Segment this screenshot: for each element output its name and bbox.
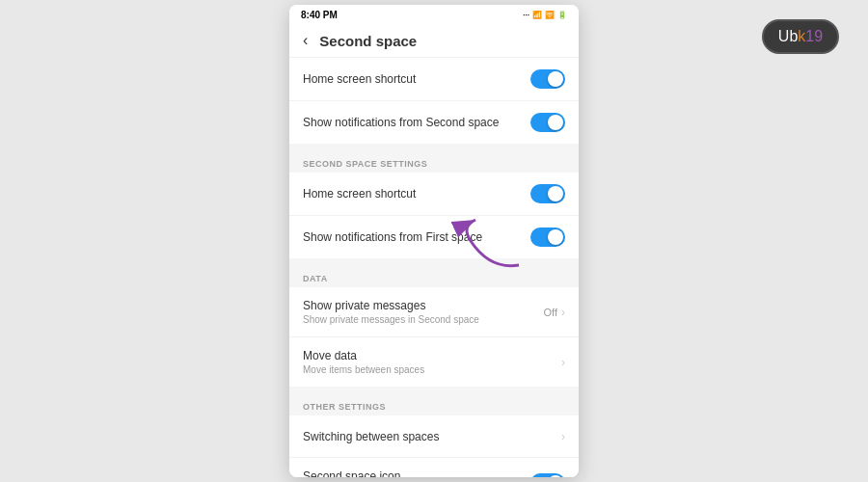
home-screen-shortcut-1-label: Home screen shortcut [303, 72, 521, 86]
first-space-section: Home screen shortcut Show notifications … [289, 58, 579, 144]
show-private-messages-chevron: › [561, 306, 565, 319]
logo-k: k [798, 28, 805, 45]
switching-between-spaces-row[interactable]: Switching between spaces › [289, 415, 579, 458]
signal-bars-icon: 📶 [532, 11, 542, 19]
second-space-settings-label: SECOND SPACE SETTINGS [289, 149, 579, 173]
show-private-messages-off: Off [544, 307, 557, 318]
data-section-label: DATA [289, 264, 579, 287]
move-data-label: Move data [303, 349, 552, 362]
settings-list: Home screen shortcut Show notifications … [289, 58, 579, 477]
status-bar: 8:40 PM ··· 📶 🛜 🔋 [289, 5, 579, 24]
move-data-subtitle: Move items between spaces [303, 364, 552, 375]
show-private-messages-subtitle: Show private messages in Second space [303, 314, 534, 325]
second-space-icon-toggle[interactable] [530, 473, 565, 478]
home-screen-shortcut-2-row[interactable]: Home screen shortcut [289, 173, 579, 216]
show-notifications-second-toggle[interactable] [530, 113, 565, 132]
show-notifications-first-toggle[interactable] [530, 228, 565, 247]
show-private-messages-label: Show private messages [303, 299, 534, 312]
logo-badge: U b k 19 [762, 19, 839, 54]
header: ‹ Second space [289, 24, 579, 58]
show-notifications-second-row[interactable]: Show notifications from Second space [289, 101, 579, 144]
switching-chevron: › [561, 430, 565, 443]
home-screen-shortcut-2-toggle[interactable] [530, 184, 565, 203]
phone-screen: 8:40 PM ··· 📶 🛜 🔋 ‹ Second space Home sc… [289, 5, 579, 477]
signal-dots-icon: ··· [523, 11, 529, 19]
move-data-row[interactable]: Move data Move items between spaces › [289, 337, 579, 387]
wifi-icon: 🛜 [545, 11, 555, 19]
data-section: Show private messages Show private messa… [289, 287, 579, 387]
second-space-icon-row[interactable]: Second space icon Show Second space icon… [289, 458, 579, 477]
logo-b: b [789, 28, 798, 45]
other-settings-section: Switching between spaces › Second space … [289, 415, 579, 477]
page-title: Second space [319, 33, 417, 49]
back-button[interactable]: ‹ [303, 32, 308, 49]
battery-icon: 🔋 [557, 11, 567, 19]
switching-between-spaces-label: Switching between spaces [303, 430, 552, 443]
second-space-icon-label: Second space icon [303, 469, 521, 477]
show-notifications-first-row[interactable]: Show notifications from First space [289, 216, 579, 258]
logo-u: U [778, 28, 790, 45]
move-data-chevron: › [561, 356, 565, 369]
home-screen-shortcut-1-toggle[interactable] [530, 69, 565, 89]
home-screen-shortcut-1-row[interactable]: Home screen shortcut [289, 58, 579, 101]
home-screen-shortcut-2-label: Home screen shortcut [303, 187, 521, 201]
other-settings-label: OTHER SETTINGS [289, 392, 579, 415]
logo-19: 19 [805, 28, 823, 45]
status-time: 8:40 PM [301, 10, 338, 20]
show-private-messages-row[interactable]: Show private messages Show private messa… [289, 287, 579, 337]
second-space-settings-section: Home screen shortcut Show notifications … [289, 173, 579, 258]
status-icons: ··· 📶 🛜 🔋 [523, 11, 567, 19]
show-notifications-second-label: Show notifications from Second space [303, 116, 521, 129]
show-notifications-first-label: Show notifications from First space [303, 230, 521, 244]
